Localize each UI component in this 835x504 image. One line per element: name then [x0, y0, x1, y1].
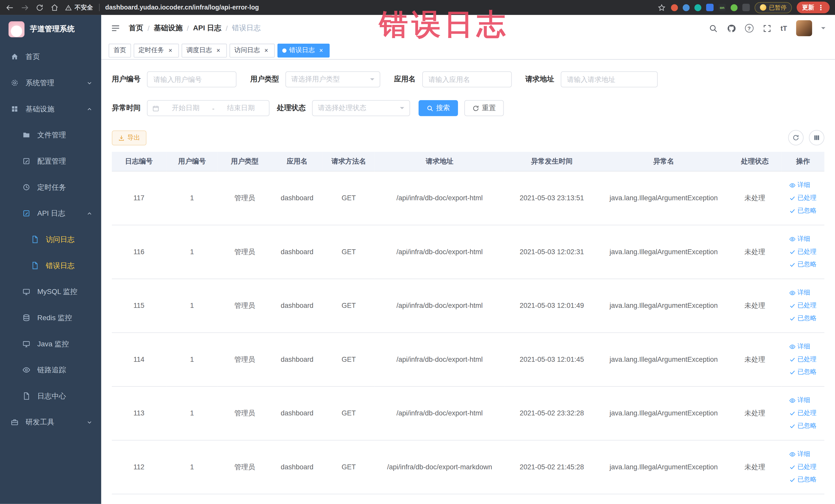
sidebar-item-redis-monitor[interactable]: Redis 监控 — [0, 305, 101, 331]
ignored-label: 已忽略 — [797, 367, 816, 377]
breadcrumb-item[interactable]: API 日志 — [193, 23, 222, 33]
mark-processed-link[interactable]: 已处理 — [789, 354, 816, 365]
extension-puzzle-icon[interactable] — [742, 4, 750, 11]
breadcrumb-item[interactable]: 首页 — [129, 23, 143, 33]
mark-processed-link[interactable]: 已处理 — [789, 300, 816, 311]
cell-method: GET — [323, 225, 375, 279]
sidebar-item-api-logs[interactable]: API 日志 — [0, 200, 101, 226]
extension-green-icon[interactable] — [731, 4, 737, 11]
mark-ignored-link[interactable]: 已忽略 — [789, 420, 816, 432]
fullscreen-icon[interactable] — [762, 24, 771, 33]
reset-button[interactable]: 重置 — [464, 100, 504, 116]
breadcrumb-item[interactable]: 基础设施 — [154, 23, 183, 33]
request-url-input[interactable] — [561, 72, 658, 87]
cell-exception-name: java.lang.IllegalArgumentException — [599, 225, 728, 279]
extension-on-icon[interactable]: on — [718, 4, 726, 11]
close-icon[interactable]: × — [263, 47, 270, 54]
processed-label: 已处理 — [797, 355, 816, 364]
extension-teal-icon[interactable] — [694, 4, 701, 11]
detail-link[interactable]: 详细 — [789, 179, 810, 191]
app-name-input[interactable] — [422, 72, 512, 87]
browser-right-cluster: on 已暂停 更新 ⋮ — [657, 2, 830, 13]
sidebar-item-error-log[interactable]: 错误日志 — [0, 253, 101, 279]
detail-link[interactable]: 详细 — [789, 233, 810, 245]
back-icon[interactable] — [5, 3, 14, 12]
process-status-select[interactable]: 请选择处理状态 — [312, 100, 410, 116]
detail-link[interactable]: 详细 — [789, 448, 810, 460]
date-range-picker[interactable]: 开始日期 - 结束日期 — [147, 100, 269, 116]
tab-error-log[interactable]: 错误日志 × — [278, 43, 330, 57]
table-row: 113 1 管理员 dashboard GET /api/infra/db-do… — [112, 386, 824, 440]
sidebar-item-scheduled-tasks[interactable]: 定时任务 — [0, 174, 101, 200]
close-icon[interactable]: × — [317, 47, 325, 54]
cell-actions: 详细 已处理 已忽略 — [781, 440, 824, 494]
tab-schedule-log[interactable]: 调度日志 × — [182, 43, 227, 57]
extension-blue-icon[interactable] — [683, 4, 690, 11]
mark-processed-link[interactable]: 已处理 — [789, 192, 816, 204]
sidebar-item-system-management[interactable]: 系统管理 — [0, 70, 101, 96]
tab-scheduled-tasks[interactable]: 定时任务 × — [134, 43, 179, 57]
app-logo-row[interactable]: 芋道管理系统 — [0, 15, 101, 44]
user-avatar[interactable] — [796, 20, 812, 36]
forward-icon[interactable] — [20, 3, 29, 12]
help-icon[interactable]: ? — [745, 24, 753, 32]
bookmark-star-icon[interactable] — [657, 3, 666, 12]
help-glyph: ? — [748, 25, 751, 31]
ignored-label: 已忽略 — [797, 421, 816, 430]
mark-ignored-link[interactable]: 已忽略 — [789, 259, 816, 270]
hamburger-icon[interactable] — [111, 23, 120, 33]
user-id-input[interactable] — [147, 72, 237, 87]
detail-link[interactable]: 详细 — [789, 395, 810, 406]
sidebar-item-mysql-monitor[interactable]: MySQL 监控 — [0, 279, 101, 305]
tab-home[interactable]: 首页 — [108, 43, 131, 57]
user-type-select[interactable]: 请选择用户类型 — [285, 72, 380, 87]
mark-ignored-link[interactable]: 已忽略 — [789, 313, 816, 324]
refresh-table-button[interactable] — [788, 130, 803, 145]
check-icon — [789, 195, 796, 201]
tab-access-log[interactable]: 访问日志 × — [229, 43, 274, 57]
mark-ignored-link[interactable]: 已忽略 — [789, 366, 816, 378]
column-settings-button[interactable] — [809, 130, 824, 145]
table-toolbar: 导出 — [112, 130, 824, 145]
url-text[interactable]: dashboard.yudao.iocoder.cn/infra/log/api… — [105, 4, 259, 11]
calendar-icon — [152, 105, 159, 112]
search-icon[interactable] — [709, 24, 718, 33]
cell-user-id: 1 — [166, 386, 218, 440]
sidebar-item-label: 文件管理 — [37, 130, 66, 140]
mark-processed-link[interactable]: 已处理 — [789, 461, 816, 473]
gear-icon — [11, 79, 20, 87]
export-button[interactable]: 导出 — [112, 130, 147, 145]
cell-user-type: 管理员 — [218, 440, 271, 494]
cell-exception-name: java.lang.IllegalArgumentException — [599, 279, 728, 332]
sidebar-item-log-center[interactable]: 日志中心 — [0, 383, 101, 409]
close-icon[interactable]: × — [215, 47, 222, 54]
sidebar-item-access-log[interactable]: 访问日志 — [0, 226, 101, 253]
site-security-button[interactable]: 不安全 — [65, 3, 93, 11]
check-icon — [789, 464, 796, 470]
reload-icon[interactable] — [35, 3, 44, 12]
extension-red-icon[interactable] — [671, 4, 678, 11]
close-icon[interactable]: × — [167, 47, 174, 54]
sidebar-item-devtools[interactable]: 研发工具 — [0, 409, 101, 435]
mark-processed-link[interactable]: 已处理 — [789, 407, 816, 419]
detail-link[interactable]: 详细 — [789, 341, 810, 352]
sidebar-item-trace[interactable]: 链路追踪 — [0, 357, 101, 383]
search-button[interactable]: 搜索 — [419, 100, 458, 116]
avatar-caret-down-icon[interactable] — [821, 27, 826, 32]
mark-processed-link[interactable]: 已处理 — [789, 246, 816, 258]
extension-grid-icon[interactable] — [706, 4, 714, 11]
sidebar-item-home[interactable]: 首页 — [0, 44, 101, 70]
github-icon[interactable] — [727, 24, 736, 33]
font-size-icon[interactable]: tT — [780, 24, 787, 32]
browser-update-button[interactable]: 更新 ⋮ — [797, 2, 830, 13]
paused-badge[interactable]: 已暂停 — [755, 2, 792, 13]
mark-ignored-link[interactable]: 已忽略 — [789, 474, 816, 485]
sidebar-item-config-management[interactable]: 配置管理 — [0, 148, 101, 174]
detail-link[interactable]: 详细 — [789, 287, 810, 299]
sidebar-item-java-monitor[interactable]: Java 监控 — [0, 331, 101, 357]
browser-home-icon[interactable] — [50, 3, 59, 12]
kebab-menu-icon[interactable]: ⋮ — [817, 4, 824, 11]
sidebar-item-file-management[interactable]: 文件管理 — [0, 122, 101, 148]
mark-ignored-link[interactable]: 已忽略 — [789, 205, 816, 217]
sidebar-item-infrastructure[interactable]: 基础设施 — [0, 96, 101, 122]
